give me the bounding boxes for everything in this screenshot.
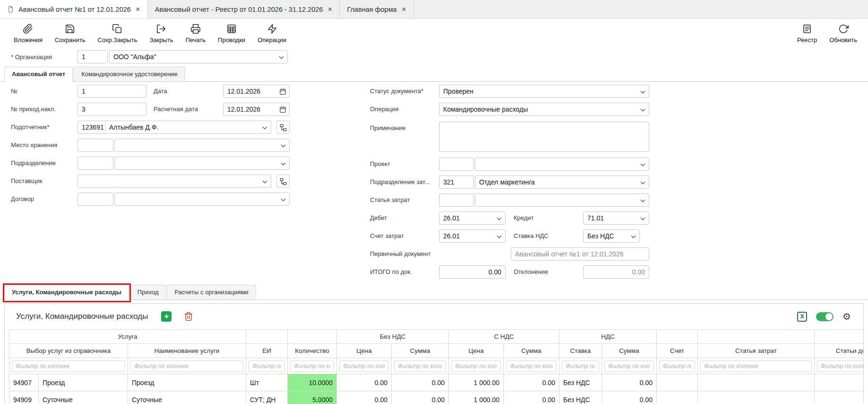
save-button[interactable]: Сохранить — [49, 19, 92, 48]
cell-price-no-vat[interactable]: 0.00 — [337, 374, 392, 391]
lightning-icon — [267, 24, 277, 34]
tab-income[interactable]: Приход — [130, 285, 166, 299]
cell-income-item[interactable] — [815, 374, 864, 391]
cell-account[interactable] — [657, 391, 698, 404]
cell-vat-rate[interactable]: Без НДС — [559, 391, 602, 404]
cell-service-picker[interactable]: 94909 Суточные — [9, 391, 128, 404]
tab-advance-report[interactable]: Авансовый отчет — [4, 67, 73, 82]
filter-input[interactable] — [700, 360, 812, 372]
calc-date-input[interactable]: 12.01.2026 — [223, 103, 290, 116]
date-input[interactable]: 12.01.2026 — [223, 85, 290, 98]
excel-export-button[interactable]: X — [797, 312, 807, 322]
supplier-select[interactable] — [77, 175, 271, 188]
department-select[interactable] — [114, 157, 290, 170]
registry-button[interactable]: Реестр — [791, 24, 823, 44]
storage-select[interactable] — [114, 139, 290, 152]
supplier-hierarchy-button[interactable] — [276, 175, 290, 188]
add-row-button[interactable]: + — [161, 311, 172, 322]
credit-select[interactable]: 71.01 — [583, 211, 649, 225]
cell-sum-with-vat[interactable]: 0.00 — [504, 374, 559, 391]
accountable-hierarchy-button[interactable] — [276, 121, 290, 134]
close-tab-icon[interactable]: × — [327, 5, 332, 13]
cell-service-name[interactable]: Проезд — [128, 374, 246, 391]
settings-gear-icon[interactable]: ⚙ — [842, 312, 851, 321]
department-code-input[interactable] — [77, 157, 113, 170]
project-code-input[interactable] — [439, 158, 474, 171]
save-close-button[interactable]: Сохр.Закрыть — [92, 19, 144, 48]
income-invoice-input[interactable] — [77, 103, 146, 116]
status-select[interactable]: Проверен — [439, 85, 649, 98]
cell-vat-rate[interactable]: Без НДС — [559, 374, 602, 391]
cell-price-with-vat[interactable]: 1 000.00 — [449, 374, 504, 391]
cost-item-code-input[interactable] — [439, 193, 474, 207]
filter-input[interactable] — [130, 360, 243, 372]
cell-service-picker[interactable]: 94907 Проезд — [9, 374, 128, 391]
close-tab-icon[interactable]: × — [402, 5, 406, 13]
table-row[interactable]: 94907 Проезд Проезд Шт 10.0000 0.00 0.00… — [9, 374, 864, 391]
cell-quantity[interactable]: 5.0000 — [288, 391, 337, 404]
filter-input[interactable] — [562, 360, 599, 372]
filter-input[interactable] — [659, 360, 695, 372]
cell-service-name[interactable]: Суточные — [128, 391, 246, 404]
window-tab-main-form[interactable]: Главная форма × — [340, 0, 413, 18]
tab-services-travel-expenses[interactable]: Услуги, Командировочные расходы — [4, 285, 129, 300]
tab-travel-certificate[interactable]: Командировочное удостоверение — [74, 67, 185, 81]
cell-income-item[interactable] — [815, 391, 864, 404]
window-tab-advance-report[interactable]: Авансовый отчет №1 от 12.01.2026 × — [0, 0, 148, 18]
cost-item-select[interactable] — [475, 193, 649, 207]
number-input[interactable] — [77, 85, 146, 98]
cell-sum-no-vat[interactable]: 0.00 — [392, 391, 449, 404]
delete-row-button[interactable] — [184, 312, 193, 321]
filter-input[interactable] — [339, 360, 389, 372]
operations-button[interactable]: Операции — [251, 19, 292, 48]
table-row[interactable]: 94909 Суточные Суточные СУТ; ДН 5.0000 0… — [9, 391, 864, 404]
filter-input[interactable] — [12, 360, 125, 372]
cell-sum-with-vat[interactable]: 0.00 — [504, 391, 559, 404]
postings-button[interactable]: Проводки — [212, 19, 251, 48]
tab-settlements-organizations[interactable]: Расчеты с организациями — [167, 285, 256, 299]
filter-input[interactable] — [249, 360, 285, 372]
close-tab-icon[interactable]: × — [136, 5, 140, 13]
calendar-icon[interactable] — [279, 106, 286, 113]
cost-account-select[interactable]: 26.01 — [439, 229, 506, 243]
calendar-icon[interactable] — [279, 88, 286, 95]
cost-department-code-input[interactable] — [439, 176, 474, 189]
debit-select[interactable]: 26.01 — [439, 211, 506, 225]
cell-cost-item[interactable] — [698, 374, 815, 391]
cell-price-with-vat[interactable]: 1 000.00 — [449, 391, 504, 404]
filter-input[interactable] — [817, 360, 863, 372]
cell-sum-no-vat[interactable]: 0.00 — [392, 374, 449, 391]
close-button[interactable]: Закрыть — [143, 19, 179, 48]
cell-quantity[interactable]: 10.0000 — [288, 374, 337, 391]
filter-input[interactable] — [290, 360, 334, 372]
print-button[interactable]: Печать — [179, 19, 212, 48]
vat-rate-select[interactable]: Без НДС — [583, 229, 640, 243]
cell-vat-sum[interactable]: 0.00 — [602, 391, 657, 404]
filter-input[interactable] — [506, 360, 557, 372]
accountable-select[interactable]: 123691 Алтынбаев Д.Ф. — [77, 121, 271, 134]
filter-input[interactable] — [451, 360, 501, 372]
cost-department-select[interactable]: Отдел маркетинга — [475, 176, 649, 189]
organization-code-input[interactable] — [77, 50, 108, 63]
attachments-button[interactable]: Вложения — [8, 19, 49, 48]
cell-unit[interactable]: СУТ; ДН — [246, 391, 288, 404]
note-textarea[interactable] — [439, 122, 649, 152]
cell-unit[interactable]: Шт — [246, 374, 288, 391]
operation-select[interactable]: Командировочные расходы — [439, 103, 649, 116]
organization-select[interactable]: ООО "Альфа" — [109, 50, 288, 63]
cell-vat-sum[interactable]: 0.00 — [602, 374, 657, 391]
total-input[interactable] — [439, 265, 506, 279]
deviation-input[interactable] — [583, 265, 649, 279]
contract-code-input[interactable] — [77, 193, 113, 206]
filter-toggle-switch[interactable] — [816, 312, 834, 321]
filter-input[interactable] — [604, 360, 654, 372]
cell-account[interactable] — [657, 374, 698, 391]
window-tab-registry[interactable]: Авансовый отчет - Реестр от 01.01.2026 -… — [148, 0, 340, 18]
filter-input[interactable] — [394, 360, 446, 372]
cell-price-no-vat[interactable]: 0.00 — [337, 391, 392, 404]
contract-select[interactable] — [114, 193, 290, 206]
cell-cost-item[interactable] — [698, 391, 815, 404]
storage-code-input[interactable] — [77, 139, 113, 152]
refresh-button[interactable]: Обновить — [823, 24, 863, 44]
project-select[interactable] — [475, 158, 649, 171]
